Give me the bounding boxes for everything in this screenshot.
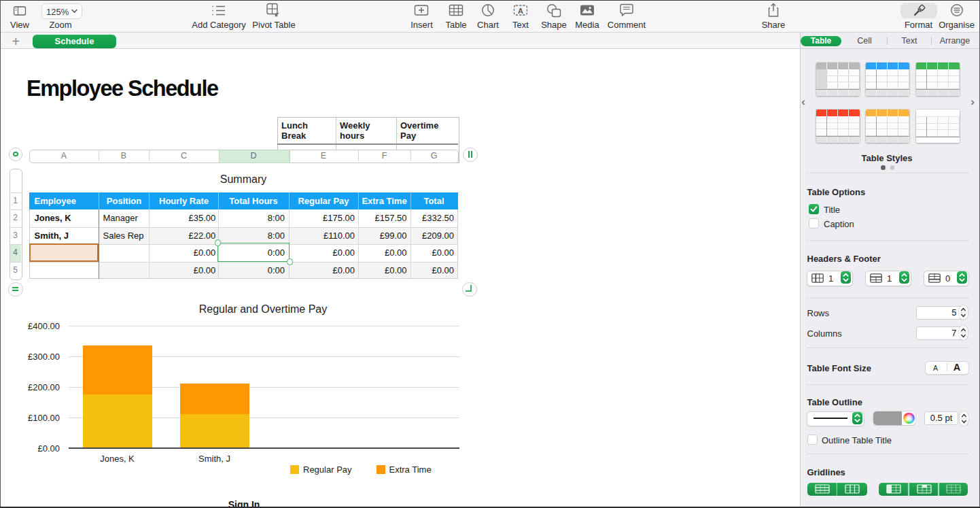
svg-text:A: A — [518, 7, 523, 15]
